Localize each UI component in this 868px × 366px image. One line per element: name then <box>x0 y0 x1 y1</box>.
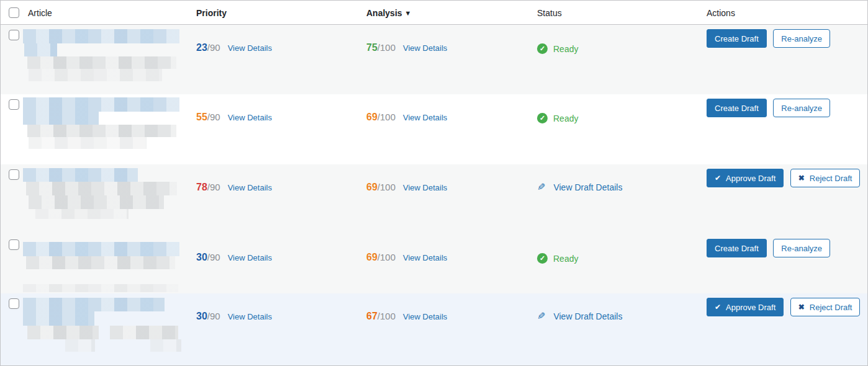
priority-score: 23 <box>196 42 207 53</box>
priority-view-details-link[interactable]: View Details <box>228 253 272 262</box>
sort-desc-icon[interactable]: ▼ <box>405 9 412 17</box>
ready-check-icon: ✓ <box>537 43 548 54</box>
priority-denominator: /90 <box>207 252 220 262</box>
priority-view-details-link[interactable]: View Details <box>228 43 272 53</box>
col-header-analysis[interactable]: Analysis▼ <box>361 1 531 24</box>
priority-view-details-link[interactable]: View Details <box>228 183 272 192</box>
analysis-view-details-link[interactable]: View Details <box>403 113 447 122</box>
row-checkbox[interactable] <box>9 99 19 110</box>
reject-draft-button[interactable]: ✖Reject Draft <box>790 298 861 316</box>
priority-view-details-link[interactable]: View Details <box>228 312 272 321</box>
status-ready-label: Ready <box>553 114 578 123</box>
article-redacted-thumbnail[interactable] <box>23 293 187 365</box>
row-checkbox[interactable] <box>9 169 19 180</box>
table-header: Article Priority Analysis▼ Status Action… <box>1 1 867 25</box>
analysis-view-details-link[interactable]: View Details <box>403 253 447 262</box>
status-draft: ✎ View Draft Details <box>537 182 622 192</box>
analysis-score: 67 <box>366 311 377 322</box>
ready-check-icon: ✓ <box>537 113 548 123</box>
article-redacted-thumbnail[interactable] <box>23 94 187 164</box>
analysis-denominator: /100 <box>377 311 396 321</box>
pencil-icon: ✎ <box>537 311 545 321</box>
priority-denominator: /90 <box>207 182 220 192</box>
col-header-status: Status <box>531 1 701 24</box>
x-icon: ✖ <box>798 303 805 311</box>
status-ready-label: Ready <box>553 254 578 264</box>
approve-draft-button[interactable]: ✔Approve Draft <box>707 169 784 187</box>
ready-check-icon: ✓ <box>537 253 548 264</box>
analysis-denominator: /100 <box>377 252 396 262</box>
status-draft: ✎ View Draft Details <box>537 311 622 321</box>
select-all-checkbox[interactable] <box>9 7 19 18</box>
priority-denominator: /90 <box>207 311 220 321</box>
create-draft-button[interactable]: Create Draft <box>707 29 767 48</box>
analysis-score: 69 <box>366 112 377 123</box>
row-checkbox[interactable] <box>9 239 19 250</box>
priority-view-details-link[interactable]: View Details <box>228 113 272 122</box>
priority-score: 30 <box>196 252 207 263</box>
priority-denominator: /90 <box>207 42 220 53</box>
article-redacted-thumbnail[interactable] <box>23 164 187 234</box>
analysis-view-details-link[interactable]: View Details <box>403 183 447 192</box>
view-draft-details-link[interactable]: View Draft Details <box>553 182 622 192</box>
create-draft-button[interactable]: Create Draft <box>707 239 767 257</box>
analysis-score: 75 <box>366 42 377 53</box>
analysis-score: 69 <box>366 182 377 193</box>
re-analyze-button[interactable]: Re-analyze <box>773 29 830 48</box>
analysis-view-details-link[interactable]: View Details <box>403 312 447 321</box>
check-icon: ✔ <box>715 174 721 182</box>
re-analyze-button[interactable]: Re-analyze <box>773 239 830 257</box>
analysis-denominator: /100 <box>377 42 396 53</box>
analysis-score: 69 <box>366 252 377 263</box>
row-checkbox[interactable] <box>9 298 19 309</box>
view-draft-details-link[interactable]: View Draft Details <box>553 311 622 321</box>
row-checkbox[interactable] <box>9 30 19 40</box>
table-row: 23/90 View Details 75/100 View Details ✓… <box>1 25 867 94</box>
article-redacted-thumbnail[interactable] <box>23 234 187 293</box>
table-row: 78/90 View Details 69/100 View Details ✎… <box>1 164 867 234</box>
col-header-article: Article <box>23 1 187 24</box>
reject-draft-label: Reject Draft <box>810 303 852 311</box>
analysis-denominator: /100 <box>377 112 396 122</box>
status-ready: ✓ Ready <box>537 253 578 264</box>
reject-draft-label: Reject Draft <box>810 174 852 182</box>
table-row: 55/90 View Details 69/100 View Details ✓… <box>1 94 867 164</box>
analysis-denominator: /100 <box>377 182 396 192</box>
priority-score: 55 <box>196 112 207 123</box>
analysis-view-details-link[interactable]: View Details <box>403 43 447 53</box>
check-icon: ✔ <box>715 303 721 311</box>
article-redacted-thumbnail[interactable] <box>23 25 187 94</box>
x-icon: ✖ <box>798 174 805 182</box>
approve-draft-button[interactable]: ✔Approve Draft <box>707 298 784 316</box>
approve-draft-label: Approve Draft <box>726 174 775 182</box>
status-ready-label: Ready <box>553 44 578 54</box>
priority-denominator: /90 <box>207 112 220 122</box>
create-draft-button[interactable]: Create Draft <box>707 99 767 117</box>
status-ready: ✓ Ready <box>537 113 578 123</box>
priority-score: 30 <box>196 311 207 322</box>
table-row-highlighted: 30/90 View Details 67/100 View Details ✎… <box>1 293 867 365</box>
priority-score: 78 <box>196 182 207 193</box>
col-header-analysis-label: Analysis <box>366 8 402 18</box>
col-header-priority[interactable]: Priority <box>187 1 361 24</box>
pencil-icon: ✎ <box>537 182 545 192</box>
col-header-actions: Actions <box>701 1 867 24</box>
re-analyze-button[interactable]: Re-analyze <box>773 99 830 117</box>
status-ready: ✓ Ready <box>537 43 578 54</box>
articles-table: Article Priority Analysis▼ Status Action… <box>0 0 868 366</box>
reject-draft-button[interactable]: ✖Reject Draft <box>790 169 861 187</box>
approve-draft-label: Approve Draft <box>726 303 775 311</box>
table-row: 30/90 View Details 69/100 View Details ✓… <box>1 234 867 293</box>
